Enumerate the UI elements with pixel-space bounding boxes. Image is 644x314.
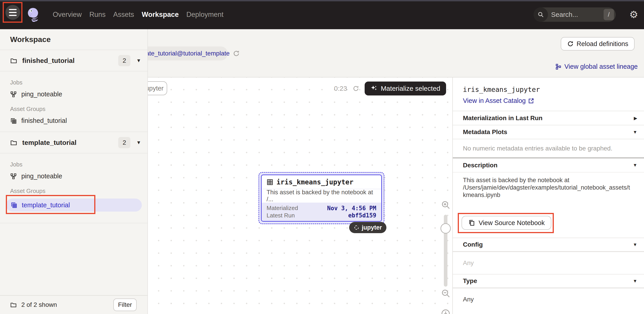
filter-button[interactable]: Filter [113, 298, 137, 311]
materialize-selected-label: Materialize selected [381, 85, 440, 92]
view-source-notebook-label: View Source Notebook [478, 219, 544, 227]
description-line: This asset is backed by the notebook at [463, 177, 635, 184]
section-header: Description [463, 162, 498, 169]
divider [0, 223, 148, 223]
table-icon [266, 179, 273, 186]
lineage-icon [555, 64, 562, 70]
asset-group-name: template_tutorial [22, 201, 70, 209]
sidebar-item-asset-group-finished-tutorial[interactable]: finished_tutorial [10, 117, 148, 124]
hamburger-menu-button[interactable] [6, 5, 20, 20]
section-header: Materialization in Last Run [463, 115, 542, 122]
repo-breadcrumb-pill[interactable]: template_tutorial@tutorial_template [148, 47, 228, 60]
clipped-filter-tag[interactable]: jupyter [148, 81, 167, 95]
section-materialization-in-last-run[interactable]: Materialization in Last Run ▶ [453, 111, 644, 125]
view-source-notebook-button[interactable]: View Source Notebook [462, 216, 551, 230]
sparkles-icon [370, 85, 378, 92]
job-icon [10, 173, 17, 180]
job-name: ping_noteable [21, 172, 62, 180]
asset-detail-panel: iris_kmeans_jupyter View in Asset Catalo… [453, 78, 644, 314]
workspace-sidebar: Workspace finished_tutorial 2 ▼ Jobs pin… [0, 29, 148, 314]
folder-count-badge: 2 [118, 137, 130, 148]
description-line: kmeans.ipynb [463, 191, 635, 199]
refresh-icon[interactable] [233, 50, 240, 57]
zoom-controls [440, 200, 451, 314]
asset-node-selected[interactable]: iris_kmeans_jupyter This asset is backed… [258, 172, 384, 224]
section-type[interactable]: Type ▼ [453, 274, 644, 288]
nav-assets[interactable]: Assets [113, 11, 134, 19]
asset-node-stats: Materialized Nov 3, 4:56 PM Latest Run e… [262, 203, 381, 221]
shown-count-text: 2 of 2 shown [21, 301, 57, 308]
search-icon [534, 8, 548, 22]
chevron-down-icon: ▼ [633, 130, 637, 135]
asset-group-name: finished_tutorial [21, 117, 67, 124]
asset-group-icon [10, 118, 17, 124]
primary-nav: Overview Runs Assets Workspace Deploymen… [53, 11, 224, 19]
search-input[interactable] [551, 11, 594, 19]
panel-asset-title: iris_kmeans_jupyter [463, 86, 644, 93]
nav-overview[interactable]: Overview [53, 11, 82, 19]
sidebar-folder-template-tutorial[interactable]: template_tutorial 2 ▼ [0, 132, 148, 153]
nav-deployment[interactable]: Deployment [186, 11, 223, 19]
download-icon[interactable] [441, 308, 450, 314]
sidebar-footer: 2 of 2 shown Filter [0, 295, 148, 314]
nav-workspace[interactable]: Workspace [142, 11, 179, 19]
asset-groups-section-label: Asset Groups [10, 106, 148, 113]
section-header: Type [463, 277, 477, 284]
latest-run-value[interactable]: ebf5d159 [348, 212, 376, 219]
chevron-down-icon[interactable]: ▼ [136, 58, 141, 64]
zoom-slider-handle[interactable] [440, 223, 451, 234]
chevron-down-icon: ▼ [633, 163, 637, 168]
folder-name: template_tutorial [22, 139, 76, 146]
folder-icon [10, 139, 17, 146]
section-header: Config [463, 241, 483, 248]
top-nav: Overview Runs Assets Workspace Deploymen… [0, 0, 644, 29]
sidebar-item-job-ping-noteable-2[interactable]: ping_noteable [10, 172, 148, 180]
sidebar-title: Workspace [0, 29, 148, 50]
job-icon [10, 91, 17, 98]
section-config[interactable]: Config ▼ [453, 238, 644, 251]
folder-icon [10, 301, 17, 308]
view-global-asset-lineage-link[interactable]: View global asset lineage [555, 63, 638, 70]
asset-node-title: iris_kmeans_jupyter [276, 178, 354, 186]
jobs-section-label: Jobs [10, 161, 148, 168]
chevron-down-icon: ▼ [633, 242, 637, 247]
search-bar[interactable]: / [534, 8, 616, 22]
sidebar-folder-finished-tutorial[interactable]: finished_tutorial 2 ▼ [0, 50, 148, 71]
jupyter-icon [354, 225, 360, 230]
materialized-value[interactable]: Nov 3, 4:56 PM [327, 205, 376, 212]
reload-icon [567, 41, 574, 47]
kind-tag-jupyter[interactable]: jupyter [349, 222, 386, 233]
section-description[interactable]: Description ▼ [453, 158, 644, 172]
refresh-icon[interactable] [352, 85, 359, 92]
view-in-asset-catalog-link[interactable]: View in Asset Catalog [463, 97, 644, 104]
gear-icon[interactable]: ⚙ [630, 10, 638, 20]
zoom-slider[interactable] [444, 215, 448, 286]
chevron-down-icon[interactable]: ▼ [136, 140, 141, 146]
section-header: Metadata Plots [463, 128, 507, 136]
asset-graph-canvas[interactable]: jupyter 0:23 [148, 78, 453, 314]
asset-group-icon [10, 202, 17, 208]
sidebar-item-asset-group-template-tutorial-selected[interactable]: template_tutorial [6, 199, 142, 212]
description-line: /Users/jamie/dev/dagster/examples/tutori… [463, 184, 635, 191]
type-value: Any [453, 288, 644, 310]
zoom-out-icon[interactable] [441, 288, 450, 298]
kind-tag-label: jupyter [362, 224, 382, 231]
reload-definitions-label: Reload definitions [576, 40, 628, 48]
view-in-asset-catalog-label: View in Asset Catalog [463, 97, 526, 104]
folder-icon [10, 57, 17, 64]
chevron-right-icon: ▶ [634, 115, 637, 121]
view-global-asset-lineage-label: View global asset lineage [564, 63, 638, 70]
repo-breadcrumb-text: template_tutorial@tutorial_template [148, 50, 230, 57]
sidebar-item-job-ping-noteable[interactable]: ping_noteable [10, 91, 148, 98]
dagster-logo-icon[interactable] [26, 7, 41, 22]
latest-run-label: Latest Run [266, 212, 295, 219]
config-value: Any [453, 251, 644, 274]
description-text: This asset is backed by the notebook at … [453, 172, 644, 213]
zoom-in-icon[interactable] [441, 200, 450, 210]
section-metadata-plots[interactable]: Metadata Plots ▼ [453, 125, 644, 139]
folder-name: finished_tutorial [22, 57, 74, 65]
reload-definitions-button[interactable]: Reload definitions [561, 37, 634, 51]
search-shortcut-badge: / [604, 9, 614, 20]
nav-runs[interactable]: Runs [89, 11, 106, 19]
materialize-selected-button[interactable]: Materialize selected [365, 82, 446, 96]
